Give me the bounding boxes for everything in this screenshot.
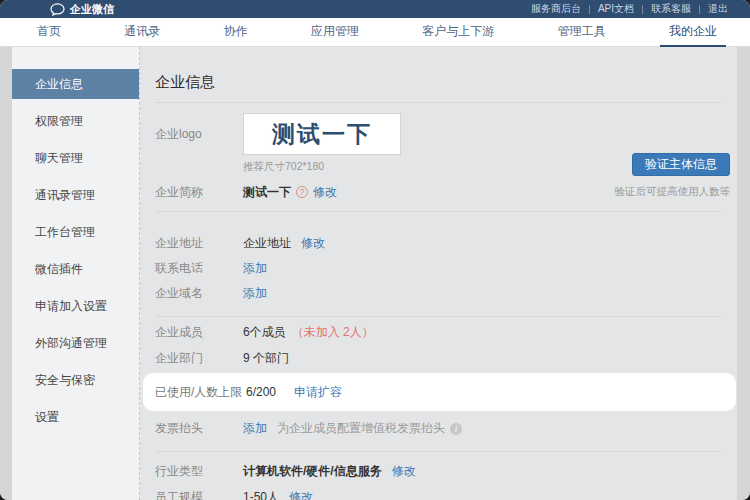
topbar-links: 服务商后台 API文档 联系客服 退出 — [523, 2, 736, 16]
nav-admin-tools[interactable]: 管理工具 — [549, 18, 615, 47]
short-name-edit-link[interactable]: 修改 — [313, 184, 337, 201]
nav-home[interactable]: 首页 — [28, 18, 70, 47]
invoice-label: 发票抬头 — [155, 420, 243, 437]
divider — [155, 211, 722, 212]
chat-bubble-icon — [50, 3, 65, 16]
brand-label: 企业微信 — [70, 2, 114, 17]
main-nav: 首页 通讯录 协作 应用管理 客户与上下游 管理工具 我的企业 — [0, 18, 750, 47]
quota-row: 已使用/人数上限 6/200 申请扩容 — [143, 373, 736, 411]
help-icon[interactable]: ? — [296, 186, 308, 198]
staff-scale-row: 员工规模 1-50人 修改 — [155, 484, 737, 500]
brand: 企业微信 — [50, 2, 114, 17]
topbar-link-support[interactable]: 联系客服 — [643, 2, 699, 16]
short-name-value: 测试一下 — [243, 184, 291, 201]
topbar-link-provider[interactable]: 服务商后台 — [523, 2, 589, 16]
domain-row: 企业域名 添加 — [155, 281, 737, 306]
departments-row: 企业部门 9 个部门 — [155, 345, 737, 371]
topbar-link-api-docs[interactable]: API文档 — [590, 2, 642, 16]
invoice-desc: 为企业成员配置增值税发票抬头 — [277, 420, 445, 437]
sidebar-item-contacts-management[interactable]: 通讯录管理 — [12, 180, 139, 210]
nav-customers[interactable]: 客户与上下游 — [413, 18, 503, 47]
industry-row: 行业类型 计算机软件/硬件/信息服务 修改 — [155, 458, 737, 484]
sidebar-item-company-info[interactable]: 企业信息 — [12, 69, 139, 99]
content-layout: 企业信息 权限管理 聊天管理 通讯录管理 工作台管理 微信插件 申请加入设置 外… — [0, 47, 750, 500]
topbar-link-logout[interactable]: 退出 — [700, 2, 736, 16]
topbar: 企业微信 服务商后台 API文档 联系客服 退出 — [0, 0, 750, 18]
company-logo-image[interactable]: 测试一下 — [243, 113, 401, 155]
departments-value: 9 个部门 — [243, 350, 289, 367]
sidebar-item-chat-management[interactable]: 聊天管理 — [12, 143, 139, 173]
company-logo-label: 企业logo — [155, 126, 243, 143]
verify-entity-button[interactable]: 验证主体信息 — [632, 153, 730, 176]
staff-scale-edit-link[interactable]: 修改 — [289, 489, 313, 500]
phone-label: 联系电话 — [155, 260, 243, 277]
address-row: 企业地址 企业地址 修改 — [155, 231, 737, 256]
address-edit-link[interactable]: 修改 — [301, 235, 325, 252]
quota-expand-link[interactable]: 申请扩容 — [294, 384, 342, 401]
quota-value: 6/200 — [246, 385, 276, 399]
departments-label: 企业部门 — [155, 350, 243, 367]
verify-hint: 验证后可提高使用人数等 — [615, 185, 731, 199]
main-panel: 企业信息 企业logo 测试一下 推荐尺寸702*180 企业简称 测试一下 ?… — [140, 47, 737, 500]
sidebar-item-wechat-plugin[interactable]: 微信插件 — [12, 254, 139, 284]
sidebar: 企业信息 权限管理 聊天管理 通讯录管理 工作台管理 微信插件 申请加入设置 外… — [12, 47, 140, 500]
domain-label: 企业域名 — [155, 285, 243, 302]
short-name-label: 企业简称 — [155, 184, 243, 201]
staff-scale-label: 员工规模 — [155, 489, 243, 500]
industry-value: 计算机软件/硬件/信息服务 — [243, 463, 382, 480]
industry-edit-link[interactable]: 修改 — [392, 463, 416, 480]
staff-scale-value: 1-50人 — [243, 489, 279, 500]
nav-my-company[interactable]: 我的企业 — [660, 18, 726, 47]
sidebar-item-security[interactable]: 安全与保密 — [12, 365, 139, 395]
contact-group: 企业地址 企业地址 修改 联系电话 添加 企业域名 添加 — [155, 225, 737, 306]
app-window: 企业微信 服务商后台 API文档 联系客服 退出 首页 通讯录 协作 应用管理 … — [0, 0, 750, 500]
nav-contacts[interactable]: 通讯录 — [115, 18, 169, 47]
sidebar-item-external-comm[interactable]: 外部沟通管理 — [12, 328, 139, 358]
sidebar-item-workbench[interactable]: 工作台管理 — [12, 217, 139, 247]
domain-add-link[interactable]: 添加 — [243, 285, 267, 302]
invoice-add-link[interactable]: 添加 — [243, 420, 267, 437]
nav-collaboration[interactable]: 协作 — [215, 18, 257, 47]
industry-label: 行业类型 — [155, 463, 243, 480]
page-title: 企业信息 — [155, 47, 737, 92]
members-not-joined: （未加入 2人） — [292, 324, 374, 341]
sidebar-item-settings[interactable]: 设置 — [12, 402, 139, 432]
phone-add-link[interactable]: 添加 — [243, 260, 267, 277]
sidebar-item-join-settings[interactable]: 申请加入设置 — [12, 291, 139, 321]
quota-label: 已使用/人数上限 — [155, 384, 246, 401]
address-value: 企业地址 — [243, 235, 291, 252]
divider — [155, 102, 722, 103]
members-row: 企业成员 6个成员 （未加入 2人） — [155, 319, 737, 345]
info-icon[interactable]: i — [450, 423, 462, 435]
nav-app-management[interactable]: 应用管理 — [302, 18, 368, 47]
phone-row: 联系电话 添加 — [155, 256, 737, 281]
sidebar-item-permissions[interactable]: 权限管理 — [12, 106, 139, 136]
industry-group: 行业类型 计算机软件/硬件/信息服务 修改 员工规模 1-50人 修改 — [155, 452, 737, 500]
members-value: 6个成员 — [243, 324, 286, 341]
invoice-row: 发票抬头 添加 为企业成员配置增值税发票抬头 i — [155, 416, 737, 441]
members-group: 企业成员 6个成员 （未加入 2人） 企业部门 9 个部门 — [155, 317, 737, 371]
address-label: 企业地址 — [155, 235, 243, 252]
company-logo-row: 企业logo 测试一下 — [155, 113, 737, 155]
members-label: 企业成员 — [155, 324, 243, 341]
